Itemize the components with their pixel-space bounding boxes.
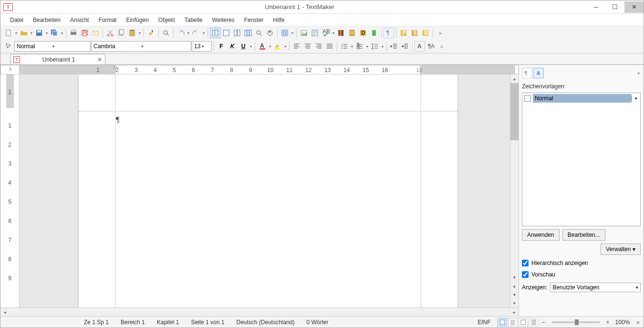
menu-objekt[interactable]: Objekt	[154, 15, 180, 25]
save-button[interactable]	[34, 28, 44, 38]
font-combo[interactable]: Cambria▾	[91, 41, 191, 52]
show-formatting-button[interactable]: ¶	[384, 28, 394, 38]
bold-button[interactable]: F	[216, 41, 227, 52]
menu-ansicht[interactable]: Ansicht	[65, 15, 93, 25]
paragraph-style-combo[interactable]: Normal▾	[14, 41, 91, 52]
save-all-dropdown[interactable]: ▾	[60, 31, 64, 35]
select-tool-button[interactable]	[3, 41, 14, 52]
zoom-value[interactable]: 100%	[613, 319, 633, 326]
close-button[interactable]: ✕	[624, 1, 644, 13]
redo-button[interactable]	[191, 28, 201, 38]
menu-tabelle[interactable]: Tabelle	[180, 15, 208, 25]
status-position[interactable]: Ze 1 Sp 1	[0, 319, 115, 326]
zoom-slider[interactable]	[552, 321, 600, 323]
vertical-scrollbar[interactable]: ▴ ▾ ▴ ● ▾	[510, 74, 519, 307]
print-button[interactable]	[68, 28, 79, 38]
preview-checkbox-input[interactable]	[522, 271, 529, 278]
align-center-button[interactable]	[302, 41, 313, 52]
align-left-button[interactable]	[291, 41, 302, 52]
status-language[interactable]: Deutsch (Deutschland)	[230, 319, 301, 326]
save-dropdown[interactable]: ▾	[45, 31, 49, 35]
view-normal-button[interactable]	[498, 318, 507, 327]
document-tab[interactable]: T Unbenannt 1 ✕	[10, 54, 105, 64]
maximize-button[interactable]: ☐	[605, 1, 624, 13]
minimize-button[interactable]: ─	[586, 1, 605, 13]
doc-tab-close[interactable]: ✕	[97, 56, 102, 63]
status-wordcount[interactable]: 0 Wörter	[301, 319, 335, 326]
undo-dropdown[interactable]: ▾	[187, 31, 190, 35]
bullets-dropdown[interactable]: ▾	[350, 44, 354, 49]
paragraph-format-button[interactable]: ¶A	[426, 41, 436, 52]
open-button[interactable]	[19, 28, 29, 38]
menu-datei[interactable]: Datei	[5, 15, 28, 25]
align-justify-button[interactable]	[324, 41, 335, 52]
basicmaker-button[interactable]: B	[420, 28, 431, 38]
show-select[interactable]: Benutzte Vorlagen ▾	[550, 283, 641, 292]
format-paintbrush-button[interactable]	[146, 28, 156, 38]
style-list[interactable]: Normal ▾	[522, 93, 641, 226]
bullets-button[interactable]	[339, 41, 350, 52]
view-mode-1-button[interactable]: 1:1	[210, 28, 220, 38]
sidebar-menu-dropdown[interactable]: ▾	[637, 71, 641, 75]
new-button[interactable]	[3, 28, 14, 38]
menu-fenster[interactable]: Fenster	[239, 15, 269, 25]
insert-table-button[interactable]	[280, 28, 290, 38]
cut-button[interactable]	[105, 28, 115, 38]
paste-button[interactable]	[127, 28, 137, 38]
new-dropdown[interactable]: ▾	[14, 31, 18, 35]
presentations-button[interactable]: S	[409, 28, 420, 38]
redo-dropdown[interactable]: ▾	[202, 31, 206, 35]
decrease-indent-button[interactable]	[389, 41, 399, 52]
style-dropdown[interactable]: ▾	[632, 96, 640, 101]
status-page[interactable]: Seite 1 von 1	[185, 319, 230, 326]
line-spacing-button[interactable]	[370, 41, 380, 52]
email-button[interactable]	[90, 28, 101, 38]
sidebar-tab-paragraph-styles[interactable]: ¶	[522, 68, 532, 78]
horizontal-ruler[interactable]: └ ▽ 1 2 3 4 5 6 7 8 9 10 11 12	[0, 65, 519, 74]
increase-indent-button[interactable]	[400, 41, 410, 52]
prev-page-icon[interactable]: ▴	[510, 282, 519, 290]
font-size-combo[interactable]: 13▾	[192, 41, 212, 52]
menu-weiteres[interactable]: Weiteres	[208, 15, 239, 25]
thesaurus-button[interactable]	[336, 28, 346, 38]
menu-einfuegen[interactable]: Einfügen	[121, 15, 153, 25]
manage-button[interactable]: Verwalten ▾	[601, 243, 641, 255]
highlight-dropdown[interactable]: ▾	[283, 44, 287, 49]
numbering-button[interactable]: 123	[354, 41, 365, 52]
paste-dropdown[interactable]: ▾	[138, 31, 142, 35]
view-mode-3-button[interactable]	[232, 28, 242, 38]
font-color-dropdown[interactable]: ▾	[268, 44, 272, 49]
save-all-button[interactable]	[49, 28, 60, 38]
menu-hilfe[interactable]: Hilfe	[268, 15, 289, 25]
italic-button[interactable]: K	[227, 41, 238, 52]
line-spacing-dropdown[interactable]: ▾	[381, 44, 384, 49]
view-mode-4-button[interactable]	[243, 28, 253, 38]
next-page-icon[interactable]: ▾	[510, 299, 519, 307]
horizontal-scrollbar[interactable]: ◂ ▸	[0, 307, 519, 316]
reference-button[interactable]	[369, 28, 379, 38]
pdf-export-button[interactable]: PDF	[79, 28, 90, 38]
open-dropdown[interactable]: ▾	[30, 31, 33, 35]
page[interactable]: ¶	[79, 74, 457, 307]
zoom-out-button[interactable]: −	[539, 319, 548, 326]
view-outline-button[interactable]	[519, 318, 528, 327]
highlight-button[interactable]	[272, 41, 283, 52]
zoom-button[interactable]	[161, 28, 171, 38]
edit-button[interactable]: Bearbeiten...	[562, 229, 605, 241]
toolbar2-overflow-icon[interactable]: »	[436, 41, 447, 52]
research-button[interactable]	[347, 28, 357, 38]
spellcheck-dropdown[interactable]: ▾	[332, 31, 335, 35]
ruler-corner[interactable]: └	[0, 65, 20, 74]
toolbar-overflow-icon[interactable]: »	[435, 28, 446, 38]
menu-format[interactable]: Format	[93, 15, 121, 25]
insert-textframe-button[interactable]	[310, 28, 320, 38]
copy-button[interactable]	[116, 28, 126, 38]
view-continuous-button[interactable]	[529, 318, 539, 327]
undo-button[interactable]	[176, 28, 186, 38]
style-list-item[interactable]: Normal ▾	[522, 93, 640, 104]
spellcheck-button[interactable]: ABC	[321, 28, 331, 38]
font-color-button[interactable]: A	[257, 41, 268, 52]
view-mode-2-button[interactable]	[221, 28, 231, 38]
planmaker-button[interactable]: P	[398, 28, 409, 38]
insert-image-button[interactable]	[299, 28, 309, 38]
